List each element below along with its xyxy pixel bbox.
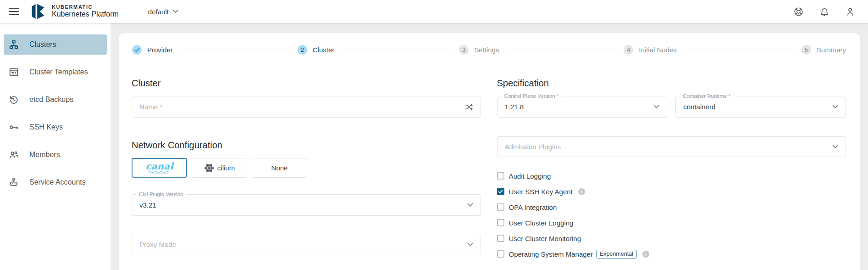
step-settings[interactable]: 3 Settings	[459, 45, 499, 55]
service-accounts-icon	[9, 177, 19, 187]
checkbox-user-cluster-monitoring[interactable]: User Cluster Monitoring	[497, 234, 846, 243]
sidebar-item-label: etcd Backups	[29, 96, 73, 104]
step-label: Provider	[147, 46, 173, 54]
sidebar-item-label: Clusters	[29, 40, 56, 49]
canal-waves-icon	[148, 171, 171, 174]
checkbox-checked-icon	[497, 188, 504, 195]
checkbox-user-ssh-key-agent[interactable]: User SSH Key Agent i	[497, 187, 846, 196]
container-runtime-value: containerd	[683, 103, 832, 111]
step-label: Cluster	[313, 46, 335, 54]
members-icon	[9, 150, 19, 160]
ssh-keys-icon	[9, 122, 19, 132]
checkbox-user-cluster-logging[interactable]: User Cluster Logging	[497, 218, 846, 227]
wizard-card: Provider 2 Cluster 3 Settings 4 Initial …	[119, 33, 860, 270]
sidebar-item-service-accounts[interactable]: Service Accounts	[4, 172, 107, 192]
cni-option-canal[interactable]: canal	[132, 158, 187, 178]
cluster-column: Cluster Network Configuration	[132, 78, 481, 265]
step-summary[interactable]: 5 Summary	[802, 45, 846, 55]
chevron-down-icon	[832, 145, 838, 149]
checkbox-label: OPA Integration	[509, 203, 557, 211]
proxy-mode-select[interactable]: Proxy Mode	[132, 234, 481, 255]
checkbox-audit-logging[interactable]: Audit Logging	[497, 171, 846, 180]
checkbox-label: User Cluster Monitoring	[509, 235, 581, 242]
cni-none-label: None	[271, 164, 288, 172]
admission-plugins-select[interactable]: Admission Plugins	[497, 136, 846, 157]
chevron-down-icon	[467, 242, 473, 247]
help-icon[interactable]	[793, 6, 804, 17]
checkbox-unchecked-icon	[497, 172, 504, 180]
cilium-logo-icon	[204, 163, 214, 173]
sidebar-item-etcd-backups[interactable]: etcd Backups	[4, 90, 107, 110]
cluster-name-field	[132, 96, 481, 118]
project-selector[interactable]: default	[148, 8, 178, 16]
chevron-down-icon	[832, 105, 838, 109]
step-provider[interactable]: Provider	[132, 45, 173, 55]
kubermatic-logo-icon	[29, 2, 47, 21]
checkbox-label: User Cluster Logging	[509, 219, 574, 227]
proxy-mode-placeholder: Proxy Mode	[139, 241, 467, 248]
step-number: 3	[459, 45, 469, 55]
sidebar: Clusters Cluster Templates etcd Backups …	[0, 23, 111, 270]
step-number: 5	[802, 45, 811, 55]
network-section-title: Network Configuration	[132, 140, 481, 151]
chevron-down-icon	[653, 105, 659, 109]
checkbox-label: Audit Logging	[509, 172, 551, 180]
control-plane-version-value: 1.21.8	[505, 103, 654, 111]
app-header: KUBERMATIC Kubernetes Platform default	[0, 0, 868, 23]
step-number: 2	[298, 45, 307, 55]
sidebar-item-cluster-templates[interactable]: Cluster Templates	[4, 62, 107, 82]
spec-checkboxes: Audit Logging User SSH Key Agent i	[497, 171, 846, 259]
sidebar-item-label: SSH Keys	[29, 123, 63, 131]
container-runtime-select[interactable]: Container Runtime * containerd	[675, 96, 846, 118]
info-icon[interactable]: i	[642, 251, 649, 258]
cni-options: canal	[132, 158, 481, 178]
wizard-stepper: Provider 2 Cluster 3 Settings 4 Initial …	[119, 33, 860, 55]
step-initial-nodes[interactable]: 4 Initial Nodes	[624, 45, 677, 55]
admission-plugins-placeholder: Admission Plugins	[505, 143, 833, 151]
checkbox-operating-system-manager[interactable]: Operating System Manager Experimental i	[497, 249, 846, 259]
cluster-name-input[interactable]	[139, 103, 465, 111]
cni-version-select[interactable]: CNI Plugin Version v3.21	[132, 194, 481, 216]
sidebar-item-ssh-keys[interactable]: SSH Keys	[4, 117, 107, 137]
cluster-section-title: Cluster	[132, 78, 481, 89]
brand: KUBERMATIC Kubernetes Platform	[52, 4, 119, 18]
etcd-backups-icon	[9, 95, 19, 105]
chevron-down-icon	[467, 203, 473, 207]
step-check-icon	[132, 45, 142, 55]
cni-option-cilium[interactable]: cilium	[192, 158, 247, 178]
checkbox-opa-integration[interactable]: OPA Integration	[497, 202, 846, 212]
sidebar-item-members[interactable]: Members	[4, 145, 107, 165]
sidebar-item-label: Service Accounts	[29, 178, 86, 186]
cni-version-label: CNI Plugin Version	[137, 191, 186, 197]
menu-icon[interactable]	[9, 6, 19, 17]
step-connector	[343, 50, 451, 50]
main-content: Provider 2 Cluster 3 Settings 4 Initial …	[111, 23, 868, 270]
checkbox-unchecked-icon	[497, 219, 504, 226]
brand-name: KUBERMATIC	[52, 4, 119, 10]
checkbox-unchecked-icon	[497, 203, 504, 211]
experimental-badge: Experimental	[596, 250, 637, 259]
cluster-templates-icon	[9, 67, 19, 77]
checkbox-unchecked-icon	[497, 250, 504, 258]
info-icon[interactable]: i	[578, 188, 585, 195]
sidebar-item-label: Members	[29, 151, 60, 159]
sidebar-item-clusters[interactable]: Clusters	[4, 34, 107, 55]
specification-column: Specification Control Plane Version * 1.…	[497, 78, 846, 265]
step-cluster[interactable]: 2 Cluster	[298, 45, 335, 55]
step-connector	[507, 50, 615, 50]
canal-logo: canal	[145, 162, 173, 171]
checkbox-label: Operating System Manager	[509, 250, 593, 258]
user-icon[interactable]	[845, 6, 855, 17]
step-label: Initial Nodes	[639, 46, 677, 54]
checkbox-label: User SSH Key Agent	[509, 188, 573, 196]
project-selector-value: default	[148, 8, 169, 16]
container-runtime-label: Container Runtime *	[680, 93, 733, 99]
generate-name-icon[interactable]	[465, 103, 473, 111]
cni-option-none[interactable]: None	[252, 158, 307, 178]
cni-version-value: v3.21	[139, 201, 467, 209]
brand-product: Kubernetes Platform	[52, 10, 119, 18]
step-connector	[181, 50, 289, 50]
control-plane-version-select[interactable]: Control Plane Version * 1.21.8	[497, 96, 668, 118]
notifications-icon[interactable]	[819, 6, 829, 17]
step-label: Summary	[817, 46, 846, 54]
